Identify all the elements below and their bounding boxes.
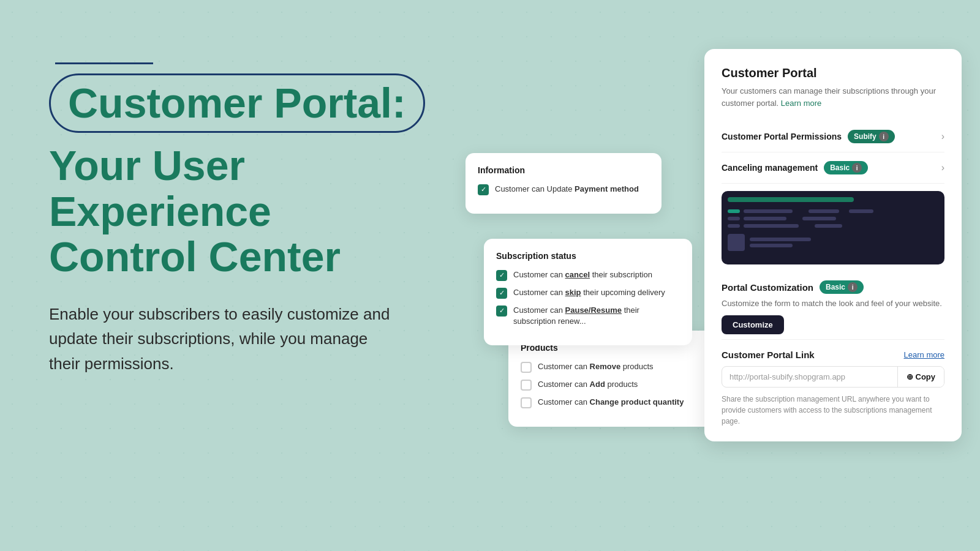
preview-line-6 bbox=[744, 224, 799, 228]
info-card-title: Information bbox=[478, 165, 649, 175]
status-item-cancel: ✓ Customer can cancel their subscription bbox=[496, 269, 680, 281]
preview-dot-2 bbox=[728, 217, 740, 220]
portal-share-text: Share the subscription management URL an… bbox=[722, 394, 944, 427]
subtitle-line1: Your User Experience bbox=[49, 143, 447, 234]
customization-badge: Basic i bbox=[820, 280, 864, 294]
customize-button[interactable]: Customize bbox=[722, 315, 784, 334]
learn-more-link[interactable]: Learn more bbox=[781, 99, 821, 108]
status-item-skip: ✓ Customer can skip their upcoming deliv… bbox=[496, 287, 680, 299]
portal-link-header: Customer Portal Link Learn more bbox=[722, 350, 944, 360]
status-skip-text: Customer can skip their upcoming deliver… bbox=[513, 287, 665, 298]
portal-link-learn-more[interactable]: Learn more bbox=[904, 350, 944, 359]
preview-dot-1 bbox=[728, 209, 740, 213]
status-card-title: Subscription status bbox=[496, 251, 680, 261]
portal-card-desc: Your customers can manage their subscrip… bbox=[722, 85, 944, 109]
preview-dot-3 bbox=[728, 224, 740, 228]
preview-line-5 bbox=[802, 217, 836, 220]
checkbox-quantity[interactable] bbox=[521, 397, 532, 408]
description-text: Enable your subscribers to easily custom… bbox=[49, 302, 392, 376]
products-add-text: Customer can Add products bbox=[538, 379, 638, 390]
information-card: Information ✓ Customer can Update Paymen… bbox=[466, 153, 662, 214]
ui-showcase: Information ✓ Customer can Update Paymen… bbox=[459, 49, 962, 502]
canceling-chevron-icon: › bbox=[941, 162, 944, 173]
preview-line-1 bbox=[744, 209, 793, 213]
products-remove-text: Customer can Remove products bbox=[538, 361, 654, 372]
subify-info-icon: i bbox=[879, 132, 889, 141]
info-item-text: Customer can Update Payment method bbox=[495, 184, 639, 195]
canceling-management-left: Canceling management Basic i bbox=[722, 161, 868, 174]
preview-bar-1 bbox=[728, 197, 854, 202]
preview-line-9 bbox=[750, 244, 793, 247]
basic-info-icon: i bbox=[852, 163, 862, 173]
preview-line-3 bbox=[849, 209, 873, 213]
preview-rows bbox=[728, 209, 938, 228]
subscription-status-card: Subscription status ✓ Customer can cance… bbox=[484, 239, 692, 345]
portal-card-title: Customer Portal bbox=[722, 66, 944, 80]
products-item-quantity: Customer can Change product quantity bbox=[521, 397, 704, 408]
preview-line-4 bbox=[744, 217, 786, 220]
preview-row-3 bbox=[728, 224, 938, 228]
preview-square bbox=[728, 234, 745, 251]
copy-icon: ⊕ bbox=[907, 372, 913, 381]
status-pause-text: Customer can Pause/Resume their subscrip… bbox=[513, 305, 680, 327]
info-check-item: ✓ Customer can Update Payment method bbox=[478, 184, 649, 195]
main-title: Customer Portal: bbox=[49, 73, 425, 133]
canceling-management-row[interactable]: Canceling management Basic i › bbox=[722, 152, 944, 184]
subify-badge: Subify i bbox=[848, 130, 895, 143]
permissions-chevron-icon: › bbox=[941, 131, 944, 142]
checkbox-pause: ✓ bbox=[496, 305, 507, 317]
preview-image-area bbox=[722, 191, 944, 264]
canceling-management-label: Canceling management bbox=[722, 163, 818, 173]
preview-row-2 bbox=[728, 217, 938, 220]
products-item-add: Customer can Add products bbox=[521, 379, 704, 391]
status-cancel-text: Customer can cancel their subscription bbox=[513, 269, 652, 280]
title-wrapper: Customer Portal: bbox=[49, 73, 425, 133]
preview-inner bbox=[722, 191, 944, 257]
checkbox-remove[interactable] bbox=[521, 362, 532, 373]
subtitle-line2: Control Center bbox=[49, 234, 447, 280]
products-quantity-text: Customer can Change product quantity bbox=[538, 397, 684, 408]
left-section: Customer Portal: Your User Experience Co… bbox=[49, 73, 447, 376]
preview-line-8 bbox=[750, 238, 811, 241]
customization-info-icon: i bbox=[848, 282, 858, 292]
preview-line-2 bbox=[809, 209, 839, 213]
portal-link-section: Customer Portal Link Learn more ⊕ Copy S… bbox=[722, 339, 944, 427]
preview-line-7 bbox=[815, 224, 842, 228]
checkbox-cancel: ✓ bbox=[496, 270, 507, 281]
portal-permissions-left: Customer Portal Permissions Subify i bbox=[722, 130, 895, 143]
copy-button[interactable]: ⊕ Copy bbox=[897, 367, 944, 387]
customization-desc: Customize the form to match the look and… bbox=[722, 299, 944, 308]
basic-badge: Basic i bbox=[824, 161, 868, 174]
portal-link-title: Customer Portal Link bbox=[722, 350, 815, 360]
checkbox-add[interactable] bbox=[521, 380, 532, 391]
preview-lines-group bbox=[750, 238, 811, 247]
products-item-remove: Customer can Remove products bbox=[521, 361, 704, 373]
customization-title: Portal Customization bbox=[722, 282, 813, 293]
status-item-pause: ✓ Customer can Pause/Resume their subscr… bbox=[496, 305, 680, 327]
portal-permissions-label: Customer Portal Permissions bbox=[722, 132, 842, 141]
portal-card: Customer Portal Your customers can manag… bbox=[704, 49, 962, 441]
customization-header: Portal Customization Basic i bbox=[722, 280, 944, 294]
checkbox-skip: ✓ bbox=[496, 288, 507, 299]
portal-permissions-row[interactable]: Customer Portal Permissions Subify i › bbox=[722, 121, 944, 152]
checkbox-checked-payment: ✓ bbox=[478, 184, 489, 195]
preview-row-1 bbox=[728, 209, 938, 213]
link-input-row: ⊕ Copy bbox=[722, 366, 944, 388]
underline-accent bbox=[55, 62, 153, 64]
portal-url-input[interactable] bbox=[722, 367, 897, 387]
customization-section: Portal Customization Basic i Customize t… bbox=[722, 272, 944, 334]
